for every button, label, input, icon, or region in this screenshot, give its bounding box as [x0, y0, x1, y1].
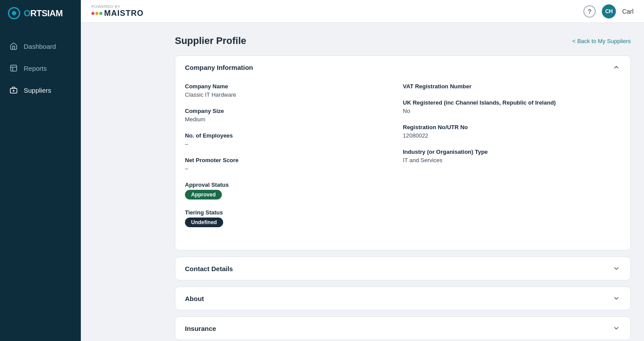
company-size-block: Company Size Medium [185, 108, 403, 123]
about-card: About [175, 287, 631, 310]
main-content: Supplier Profile < Back to My Suppliers … [162, 23, 644, 341]
logo-icon [8, 7, 20, 19]
sidebar: ORTSIAM Dashboard Reports [0, 0, 81, 341]
sidebar-item-dashboard[interactable]: Dashboard [0, 35, 81, 57]
maistro-name: MAISTRO [104, 9, 144, 18]
company-name-block: Company Name Classic IT Hardware [185, 83, 403, 98]
company-information-title: Company Information [185, 64, 253, 71]
sidebar-item-reports[interactable]: Reports [0, 57, 81, 79]
uk-registered-label: UK Registered (inc Channel Islands, Repu… [403, 99, 621, 106]
logo-text: ORTSIAM [24, 8, 63, 18]
uk-registered-value: No [403, 108, 621, 114]
sidebar-item-label: Suppliers [24, 87, 51, 94]
about-header[interactable]: About [175, 287, 630, 310]
about-title: About [185, 295, 204, 302]
sidebar-nav: Dashboard Reports Suppliers [0, 35, 81, 101]
insurance-title: Insurance [185, 325, 216, 332]
sidebar-item-label: Reports [24, 65, 47, 72]
info-col-right: VAT Registration Number UK Registered (i… [403, 80, 621, 239]
dot-red [91, 12, 94, 15]
dot-green [99, 12, 102, 15]
svg-rect-0 [11, 65, 17, 71]
approval-status-label: Approval Status [185, 181, 403, 188]
industry-label: Industry (or Organisation) Type [403, 149, 621, 155]
company-information-header[interactable]: Company Information [175, 56, 630, 79]
avatar[interactable]: CH [602, 4, 616, 18]
help-icon[interactable]: ? [583, 5, 596, 18]
approved-badge: Approved [185, 190, 222, 200]
employees-value: – [185, 141, 403, 147]
top-bar: Powered by MAISTRO ? CH Carl [81, 0, 644, 23]
company-name-label: Company Name [185, 83, 403, 90]
chevron-up-icon [612, 63, 621, 72]
nps-block: Net Promoter Score – [185, 157, 403, 172]
contact-details-card: Contact Details [175, 257, 631, 280]
company-info-grid: Company Name Classic IT Hardware Company… [185, 80, 621, 239]
reports-icon [9, 63, 18, 73]
maistro-dots [91, 12, 102, 15]
sidebar-logo: ORTSIAM [0, 0, 81, 26]
chevron-down-icon [612, 324, 621, 333]
chevron-down-icon [612, 294, 621, 303]
registration-value: 12080022 [403, 132, 621, 139]
undefined-badge: Undefined [185, 218, 223, 227]
page-title: Supplier Profile [175, 35, 246, 47]
registration-label: Registration No/UTR No [403, 124, 621, 131]
tiering-status-value: Undefined [185, 218, 403, 227]
insurance-card: Insurance [175, 316, 631, 340]
company-information-body: Company Name Classic IT Hardware Company… [175, 79, 630, 250]
registration-block: Registration No/UTR No 12080022 [403, 124, 621, 139]
sidebar-item-suppliers[interactable]: Suppliers [0, 79, 81, 101]
contact-details-header[interactable]: Contact Details [175, 257, 630, 280]
contact-details-title: Contact Details [185, 265, 233, 272]
company-size-label: Company Size [185, 108, 403, 114]
user-name: Carl [622, 8, 633, 15]
company-size-value: Medium [185, 116, 403, 123]
page-header: Supplier Profile < Back to My Suppliers [175, 35, 631, 47]
approval-status-block: Approval Status Approved [185, 181, 403, 200]
info-col-left: Company Name Classic IT Hardware Company… [185, 80, 403, 239]
company-information-card: Company Information Company Name Classic… [175, 55, 631, 250]
industry-block: Industry (or Organisation) Type IT and S… [403, 149, 621, 163]
nps-value: – [185, 165, 403, 172]
insurance-header[interactable]: Insurance [175, 317, 630, 340]
nps-label: Net Promoter Score [185, 157, 403, 163]
sidebar-item-label: Dashboard [24, 43, 56, 50]
company-name-value: Classic IT Hardware [185, 91, 403, 98]
home-icon [9, 41, 18, 51]
vat-label: VAT Registration Number [403, 83, 621, 90]
employees-label: No. of Employees [185, 132, 403, 139]
maistro-logo: Powered by MAISTRO [91, 4, 144, 18]
uk-registered-block: UK Registered (inc Channel Islands, Repu… [403, 99, 621, 114]
approval-status-value: Approved [185, 190, 403, 200]
vat-block: VAT Registration Number [403, 83, 621, 90]
tiering-status-label: Tiering Status [185, 209, 403, 216]
industry-value: IT and Services [403, 157, 621, 163]
back-to-suppliers-link[interactable]: < Back to My Suppliers [572, 38, 631, 44]
top-bar-right: ? CH Carl [583, 4, 633, 18]
suppliers-icon [9, 85, 18, 95]
chevron-down-icon [612, 264, 621, 273]
dot-orange [95, 12, 98, 15]
employees-block: No. of Employees – [185, 132, 403, 147]
tiering-status-block: Tiering Status Undefined [185, 209, 403, 227]
